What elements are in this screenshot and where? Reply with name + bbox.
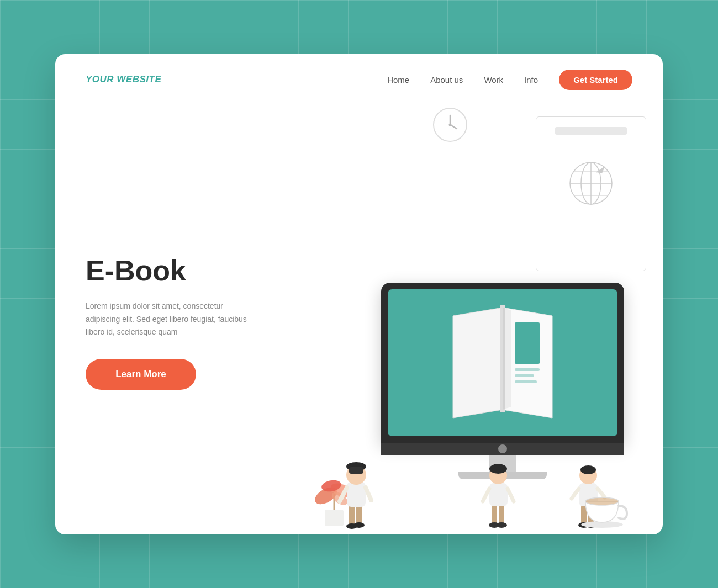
deco-bar <box>555 127 627 135</box>
svg-rect-30 <box>347 482 366 507</box>
nav-about[interactable]: About us <box>430 75 463 84</box>
nav-links: Home About us Work Info Get Started <box>387 70 632 90</box>
svg-line-32 <box>366 488 371 500</box>
person-left <box>337 446 376 534</box>
person-center <box>481 449 516 534</box>
svg-point-39 <box>496 522 507 528</box>
svg-point-44 <box>489 464 507 474</box>
svg-rect-14 <box>515 322 540 364</box>
hero-title: E-Book <box>86 255 265 287</box>
svg-rect-37 <box>499 504 504 525</box>
clock-icon <box>431 105 469 144</box>
svg-line-50 <box>572 489 579 499</box>
site-logo: YOUR WEBSITE <box>86 74 161 85</box>
svg-line-41 <box>483 489 489 501</box>
svg-point-3 <box>449 123 452 126</box>
coffee-cup-icon <box>580 485 630 529</box>
svg-marker-19 <box>503 308 511 410</box>
svg-rect-17 <box>515 380 537 383</box>
svg-rect-40 <box>489 483 508 506</box>
right-deco-panel <box>536 116 646 271</box>
logo-brand: YOUR WEBSITE <box>86 74 161 84</box>
monitor-screen <box>388 289 617 436</box>
illustration-area <box>265 100 663 534</box>
get-started-button[interactable]: Get Started <box>559 70 632 90</box>
svg-rect-27 <box>356 504 362 525</box>
main-card: YOUR WEBSITE Home About us Work Info Get… <box>55 54 663 534</box>
monitor-body <box>381 283 624 443</box>
navbar: YOUR WEBSITE Home About us Work Info Get… <box>55 54 663 100</box>
svg-marker-12 <box>453 308 503 418</box>
globe-icon <box>563 156 619 211</box>
svg-rect-15 <box>515 368 540 371</box>
learn-more-button[interactable]: Learn More <box>86 359 196 390</box>
svg-rect-26 <box>349 504 355 526</box>
book-icon <box>447 299 558 426</box>
hero-left-panel: E-Book Lorem ipsum dolor sit amet, conse… <box>55 100 265 534</box>
main-content: E-Book Lorem ipsum dolor sit amet, conse… <box>55 100 663 534</box>
nav-info[interactable]: Info <box>524 75 538 84</box>
hero-description: Lorem ipsum dolor sit amet, consectetur … <box>86 300 251 339</box>
svg-line-31 <box>340 488 347 501</box>
svg-line-42 <box>508 489 514 501</box>
svg-point-53 <box>580 465 596 474</box>
svg-rect-16 <box>515 374 534 377</box>
nav-work[interactable]: Work <box>484 75 503 84</box>
svg-rect-35 <box>349 467 363 474</box>
svg-point-29 <box>353 522 365 528</box>
nav-home[interactable]: Home <box>387 75 409 84</box>
svg-rect-36 <box>492 504 497 525</box>
